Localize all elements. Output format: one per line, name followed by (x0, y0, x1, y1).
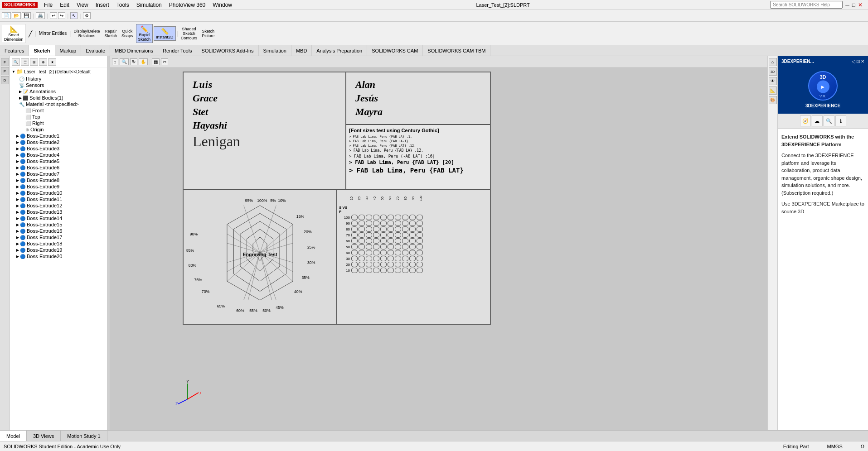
tree-item-boss2[interactable]: ▶ 🔵 Boss-Extrude2 (10, 139, 107, 145)
redo-btn[interactable]: ↪ (58, 12, 65, 19)
view-section-btn[interactable]: ✂ (161, 58, 168, 65)
tab-simulation[interactable]: Simulation (259, 45, 291, 56)
right-icon-eye[interactable]: 👁 (769, 77, 777, 85)
menu-file[interactable]: File (40, 1, 56, 9)
tree-item-boss1[interactable]: ▶ 🔵 Boss-Extrude1 (10, 133, 107, 139)
panel-tab-features[interactable]: F (1, 58, 9, 66)
tree-item-boss3[interactable]: ▶ 🔵 Boss-Extrude3 (10, 145, 107, 152)
instant2d-btn[interactable]: 📏 Instant2D (154, 26, 176, 41)
window-close[interactable]: ✕ (858, 2, 863, 8)
tree-icon-list[interactable]: ☰ (21, 58, 29, 66)
tab-sw-cam[interactable]: SOLIDWORKS CAM (367, 45, 423, 56)
line-btn[interactable]: ╱ (27, 29, 34, 38)
menu-insert[interactable]: Insert (92, 1, 113, 9)
tree-item-boss12[interactable]: ▶ 🔵 Boss-Extrude12 (10, 202, 107, 209)
tree-item-boss16[interactable]: ▶ 🔵 Boss-Extrude16 (10, 228, 107, 234)
new-btn[interactable]: 📄 (2, 12, 11, 19)
bottom-tab-3dviews[interactable]: 3D Views (27, 431, 61, 441)
view-display-btn[interactable]: ▦ (152, 58, 160, 65)
tree-item-solid-bodies[interactable]: ▶ ⬛ Solid Bodies(1) (10, 95, 107, 101)
right-icon-home[interactable]: ⌂ (769, 58, 777, 66)
tree-item-right[interactable]: ⬜ Right (10, 120, 107, 126)
tree-item-boss15[interactable]: ▶ 🔵 Boss-Extrude15 (10, 221, 107, 228)
mirror-entities-btn[interactable]: Mirror Entities (37, 30, 69, 37)
view-pan-btn[interactable]: ✋ (139, 58, 148, 65)
panel-icon-info[interactable]: ℹ (835, 115, 846, 126)
panel-icon-search[interactable]: 🔍 (824, 115, 834, 126)
tree-item-origin[interactable]: ⊕ Origin (10, 126, 107, 133)
tab-mbd[interactable]: MBD (291, 45, 312, 56)
tree-item-history[interactable]: 🕐 History (10, 76, 107, 82)
tree-item-boss11[interactable]: ▶ 🔵 Boss-Extrude11 (10, 196, 107, 202)
panel-icon-compass[interactable]: 🧭 (800, 115, 811, 126)
tab-sw-cam-tbm[interactable]: SOLIDWORKS CAM TBM (423, 45, 490, 56)
tree-item-top[interactable]: ⬜ Top (10, 114, 107, 120)
tree-item-boss8[interactable]: ▶ 🔵 Boss-Extrude8 (10, 177, 107, 183)
tree-item-boss18[interactable]: ▶ 🔵 Boss-Extrude18 (10, 240, 107, 247)
menu-simulation[interactable]: Simulation (133, 1, 165, 9)
tab-analysis-prep[interactable]: Analysis Preparation (312, 45, 367, 56)
tab-mbd-dimensions[interactable]: MBD Dimensions (110, 45, 158, 56)
tab-evaluate[interactable]: Evaluate (81, 45, 110, 56)
view-zoom-btn[interactable]: 🔍 (120, 58, 129, 65)
right-icon-palette[interactable]: 🎨 (769, 96, 777, 104)
cursor-btn[interactable]: ↖ (70, 12, 78, 19)
tree-item-boss5[interactable]: ▶ 🔵 Boss-Extrude5 (10, 158, 107, 164)
window-minimize[interactable]: ─ (845, 2, 849, 8)
panel-tab-dma[interactable]: D (1, 76, 9, 84)
panel-close-btn[interactable]: ✕ (861, 59, 864, 64)
display-delete-relations-btn[interactable]: Display/DeleteRelations (72, 28, 102, 39)
options-btn[interactable]: ⚙ (83, 12, 91, 19)
panel-expand-btn[interactable]: ⊡ (856, 59, 860, 64)
menu-tools[interactable]: Tools (113, 1, 133, 9)
tree-item-front[interactable]: ⬜ Front (10, 107, 107, 114)
shaded-sketch-contours-btn[interactable]: ShadedSketchContours (179, 26, 199, 41)
tree-item-sensors[interactable]: 📡 Sensors (10, 82, 107, 88)
bottom-tab-motion[interactable]: Motion Study 1 (61, 431, 107, 441)
tree-item-boss14[interactable]: ▶ 🔵 Boss-Extrude14 (10, 215, 107, 221)
panel-tab-pm[interactable]: P (1, 67, 9, 75)
view-rotate-btn[interactable]: ↻ (130, 58, 137, 65)
rapid-sketch-btn[interactable]: ✏️ RapidSketch (136, 24, 153, 43)
search-input[interactable] (770, 1, 843, 9)
tree-icon-grid[interactable]: ⊞ (30, 58, 38, 66)
panel-collapse-btn[interactable]: ◁ (852, 59, 855, 64)
repair-sketch-btn[interactable]: RepairSketch (103, 28, 119, 39)
tree-root-item[interactable]: ▼ 📁 Laser_Test_[2] (Default<<Default (10, 67, 107, 76)
tree-icon-filter[interactable]: 🔍 (12, 58, 20, 66)
right-icon-measure[interactable]: 📐 (769, 86, 777, 95)
tab-features[interactable]: Features (0, 45, 29, 56)
tree-item-boss19[interactable]: ▶ 🔵 Boss-Extrude19 (10, 247, 107, 253)
tab-addins[interactable]: SOLIDWORKS Add-Ins (197, 45, 259, 56)
sketch-viewport[interactable]: Luis Grace Stet Hayashi Lenigan Alan Jes… (183, 72, 491, 325)
bottom-tab-model[interactable]: Model (0, 431, 27, 441)
tree-item-boss4[interactable]: ▶ 🔵 Boss-Extrude4 (10, 152, 107, 158)
tree-item-boss10[interactable]: ▶ 🔵 Boss-Extrude10 (10, 190, 107, 196)
tree-item-annotations[interactable]: ▶ 📝 Annotations (10, 88, 107, 95)
tab-markup[interactable]: Markup (55, 45, 82, 56)
tree-item-boss6[interactable]: ▶ 🔵 Boss-Extrude6 (10, 164, 107, 171)
tree-icon-target[interactable]: ⊕ (39, 58, 47, 66)
tree-item-material[interactable]: 🔧 Material <not specified> (10, 101, 107, 107)
tab-render-tools[interactable]: Render Tools (158, 45, 197, 56)
window-restore[interactable]: □ (852, 2, 855, 8)
undo-btn[interactable]: ↩ (50, 12, 57, 19)
menu-view[interactable]: View (73, 1, 92, 9)
view-home-btn[interactable]: ⌂ (112, 58, 118, 65)
quick-snaps-btn[interactable]: QuickSnaps (120, 28, 135, 39)
tree-item-boss9[interactable]: ▶ 🔵 Boss-Extrude9 (10, 183, 107, 190)
menu-photoview[interactable]: PhotoView 360 (165, 1, 209, 9)
save-btn[interactable]: 💾 (22, 12, 31, 19)
tree-item-boss13[interactable]: ▶ 🔵 Boss-Extrude13 (10, 209, 107, 215)
open-btn[interactable]: 📂 (12, 12, 21, 19)
sketch-picture-btn[interactable]: SketchPicture (200, 28, 216, 39)
panel-icon-cloud[interactable]: ☁ (812, 115, 823, 126)
print-btn[interactable]: 🖨️ (36, 12, 45, 19)
smart-dimension-btn[interactable]: 📐 SmartDimension (2, 24, 26, 43)
right-icon-3d[interactable]: 3D (769, 67, 777, 76)
tree-icon-star[interactable]: ★ (48, 58, 56, 66)
menu-window[interactable]: Window (209, 1, 236, 9)
tree-item-boss7[interactable]: ▶ 🔵 Boss-Extrude7 (10, 171, 107, 177)
tree-item-boss20[interactable]: ▶ 🔵 Boss-Extrude20 (10, 253, 107, 259)
tree-item-boss17[interactable]: ▶ 🔵 Boss-Extrude17 (10, 234, 107, 240)
